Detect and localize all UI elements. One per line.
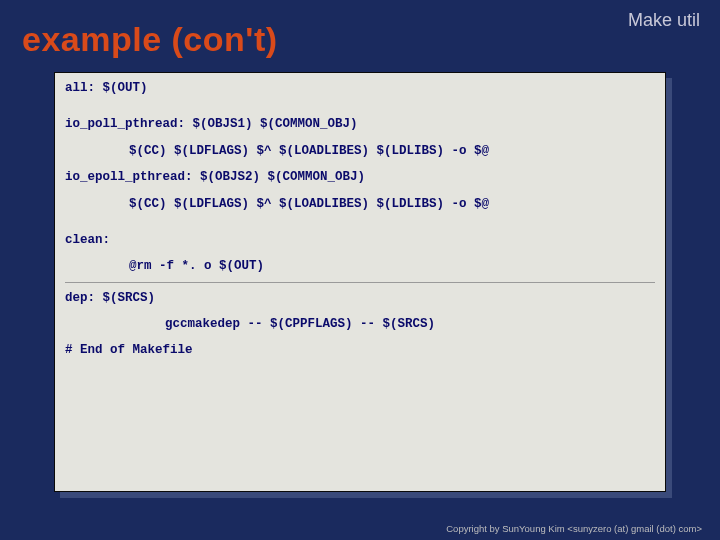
slide-title: example (con't) [22,20,278,59]
code-block: all: $(OUT) io_poll_pthread: $(OBJS1) $(… [54,72,666,492]
code-line-clean: clean: [65,233,655,247]
code-block-container: all: $(OUT) io_poll_pthread: $(OBJS1) $(… [54,72,666,492]
code-line-all: all: $(OUT) [65,81,655,95]
code-line-dep: dep: $(SRCS) [65,291,655,305]
header-label: Make util [628,10,700,31]
code-line-poll-recipe: $(CC) $(LDFLAGS) $^ $(LOADLIBES) $(LDLIB… [65,144,655,158]
code-line-end: # End of Makefile [65,343,655,357]
code-line-epoll-recipe: $(CC) $(LDFLAGS) $^ $(LOADLIBES) $(LDLIB… [65,197,655,211]
code-line-poll-target: io_poll_pthread: $(OBJS1) $(COMMON_OBJ) [65,117,655,131]
code-line-epoll-target: io_epoll_pthread: $(OBJS2) $(COMMON_OBJ) [65,170,655,184]
copyright-footer: Copyright by SunYoung Kim <sunyzero (at)… [446,523,702,534]
code-separator [65,282,655,283]
code-line-dep-recipe: gccmakedep -- $(CPPFLAGS) -- $(SRCS) [65,317,655,331]
code-line-clean-recipe: @rm -f *. o $(OUT) [65,259,655,273]
